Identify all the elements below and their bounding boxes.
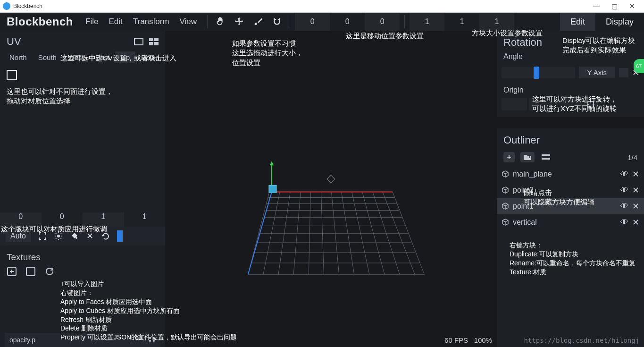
outliner-tools: + + 1/4: [497, 150, 644, 166]
viewport[interactable]: [165, 31, 497, 347]
outliner-item[interactable]: main_plane👁✕: [497, 166, 644, 182]
angle-slider[interactable]: [502, 67, 575, 78]
main-toolbar: Blockbench File Edit Transform View 0 0 …: [0, 13, 644, 31]
uv-selection[interactable]: [7, 70, 17, 80]
menu-file[interactable]: File: [85, 17, 98, 26]
visibility-icon[interactable]: 👁: [620, 218, 628, 227]
uv-x2[interactable]: 1: [83, 212, 124, 227]
origin-inputs: [497, 96, 644, 117]
minimize-button[interactable]: —: [587, 2, 605, 10]
uv-auto[interactable]: Auto: [6, 230, 31, 242]
close-button[interactable]: ✕: [623, 2, 641, 10]
fullscreen-icon[interactable]: [134, 38, 143, 45]
delete-icon[interactable]: ✕: [632, 201, 639, 212]
delete-icon[interactable]: ✕: [632, 185, 639, 195]
add-texture-icon[interactable]: [7, 266, 17, 277]
uv-x1[interactable]: 0: [0, 212, 42, 227]
blank-texture-icon[interactable]: [25, 266, 36, 277]
svg-line-25: [278, 192, 290, 274]
visibility-icon[interactable]: 👁: [620, 186, 628, 195]
pos-y[interactable]: 0: [330, 13, 365, 31]
hand-icon[interactable]: [215, 17, 226, 27]
uv-canvas[interactable]: [0, 66, 165, 212]
svg-rect-43: [542, 154, 550, 156]
textures-title: Textures: [0, 245, 165, 266]
center-origin-icon[interactable]: [584, 98, 598, 110]
color-swatch[interactable]: [117, 230, 123, 242]
mode-edit[interactable]: Edit: [560, 13, 595, 31]
outliner-item[interactable]: vertical👁✕: [497, 214, 644, 230]
separator: [290, 15, 290, 28]
app-body: UV North South West East Up Down 0 0: [0, 31, 644, 347]
mode-display[interactable]: Display: [595, 13, 644, 31]
menu-edit[interactable]: Edit: [109, 17, 122, 26]
axis-select[interactable]: Y Axis: [579, 67, 615, 78]
link-icon[interactable]: [135, 336, 142, 343]
list-icon[interactable]: [540, 152, 552, 162]
add-folder-button[interactable]: +: [520, 152, 535, 162]
svg-rect-2: [154, 38, 159, 41]
face-west[interactable]: West: [62, 51, 90, 63]
face-north[interactable]: North: [4, 51, 33, 63]
svg-line-37: [248, 192, 272, 274]
outliner-item[interactable]: point2👁✕: [497, 182, 644, 198]
move-icon[interactable]: [234, 17, 244, 27]
grid-icon[interactable]: [149, 38, 159, 45]
status-bar: 60 FPS 100%: [444, 336, 492, 344]
menu-view[interactable]: View: [180, 17, 197, 26]
uv-y1[interactable]: 0: [42, 212, 83, 227]
uv-y2[interactable]: 1: [124, 212, 166, 227]
add-cube-button[interactable]: +: [503, 152, 515, 162]
brush-icon[interactable]: [253, 17, 263, 27]
origin-z[interactable]: [556, 98, 582, 110]
svg-line-32: [362, 192, 385, 274]
svg-point-9: [153, 337, 155, 339]
outliner-item[interactable]: point1👁✕: [497, 198, 644, 214]
position-inputs: 0 0 0: [295, 13, 400, 31]
fullscreen-icon[interactable]: [38, 232, 47, 240]
svg-rect-1: [149, 38, 153, 41]
svg-point-5: [57, 235, 60, 237]
reload-icon[interactable]: [44, 266, 55, 277]
face-up[interactable]: Up: [115, 51, 135, 63]
badge[interactable]: 67: [634, 59, 644, 73]
bucket-icon[interactable]: [70, 232, 79, 240]
panel-divider: [497, 117, 644, 128]
cube-icon: [502, 219, 509, 226]
origin-y[interactable]: [529, 98, 554, 110]
menu-transform[interactable]: Transform: [133, 17, 169, 26]
size-z[interactable]: 1: [479, 13, 514, 31]
svg-line-24: [263, 192, 280, 274]
opacity-bar[interactable]: opacity.p: [5, 333, 160, 347]
origin-x[interactable]: [502, 98, 527, 110]
undo-icon[interactable]: [101, 232, 109, 240]
maximize-button[interactable]: ▢: [605, 2, 623, 10]
face-south[interactable]: South: [33, 51, 62, 63]
pos-z[interactable]: 0: [365, 13, 400, 31]
clear-icon[interactable]: ✕: [86, 231, 93, 241]
lock-icon[interactable]: [619, 68, 628, 77]
outliner-title: Outliner: [497, 128, 644, 150]
size-y[interactable]: 1: [444, 13, 479, 31]
visibility-icon[interactable]: 👁: [620, 202, 628, 211]
cube-icon: [502, 186, 509, 194]
item-name: main_plane: [513, 170, 552, 178]
delete-icon[interactable]: ✕: [632, 217, 639, 228]
uv-face-tabs: North South West East Up Down: [0, 50, 165, 66]
3d-grid: [165, 31, 497, 347]
size-x[interactable]: 1: [410, 13, 444, 31]
brightness-icon[interactable]: [54, 232, 63, 240]
visibility-icon[interactable]: 👁: [620, 169, 628, 179]
face-down[interactable]: Down: [135, 51, 165, 63]
separator: [207, 15, 208, 28]
face-east[interactable]: East: [90, 51, 115, 63]
svg-rect-3: [149, 42, 153, 45]
delete-icon[interactable]: ✕: [632, 169, 639, 179]
cube-icon: [502, 170, 509, 178]
pos-x[interactable]: 0: [295, 13, 330, 31]
settings-icon[interactable]: [148, 336, 156, 343]
magnet-icon[interactable]: [272, 17, 282, 27]
origin-label: Origin: [503, 86, 524, 94]
window-title: Blockbench: [13, 3, 587, 9]
uv-title: UV: [7, 35, 21, 48]
